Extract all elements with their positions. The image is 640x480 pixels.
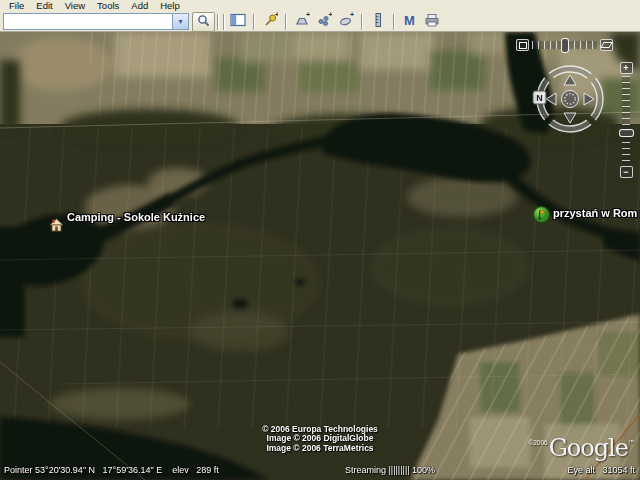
search-icon [197, 13, 210, 31]
svg-text:+: + [350, 12, 354, 18]
search-button[interactable] [192, 12, 215, 32]
menu-bar: File Edit View Tools Add Help [0, 0, 640, 12]
svg-text:M: M [404, 13, 415, 28]
zoom-in-button[interactable]: + [620, 62, 633, 74]
polygon-icon: + [294, 12, 310, 32]
ruler-icon [370, 12, 386, 32]
toolbar: ▼ + + + [0, 12, 640, 32]
tilted-view-icon [600, 42, 612, 48]
zoom-track[interactable] [622, 76, 630, 164]
search-input[interactable] [4, 14, 172, 29]
svg-text:+: + [329, 12, 333, 18]
zoom-slider[interactable]: + − [619, 62, 633, 178]
attribution-line: Image © 2006 TerraMetrics [262, 444, 378, 454]
search-combobox[interactable]: ▼ [3, 13, 189, 30]
campground-icon[interactable] [49, 217, 64, 236]
navigation-compass[interactable]: N [528, 61, 612, 137]
tilt-reset-button[interactable] [516, 39, 529, 51]
google-logo: Google [549, 436, 628, 460]
compass-center-knob [562, 91, 579, 108]
harbor-flag-icon[interactable] [533, 206, 550, 227]
email-button[interactable]: M [400, 13, 420, 31]
streaming-status: Streaming ||||||||| 100% [345, 465, 435, 475]
map-attribution: © 2006 Europa Technologies Image © 2006 … [262, 425, 378, 454]
zoom-out-button[interactable]: − [620, 166, 633, 178]
menu-add[interactable]: Add [125, 0, 154, 12]
placemark-label-przystan[interactable]: przystań w Rom [553, 207, 637, 219]
image-overlay-icon: + [316, 12, 332, 32]
add-polygon-button[interactable]: + [292, 13, 312, 31]
pan-left-arrow [546, 93, 556, 105]
flat-view-icon [519, 42, 527, 49]
tilt-track[interactable] [532, 41, 597, 49]
logo-trademark: ™ [628, 439, 634, 445]
tilt-max-button[interactable] [600, 39, 613, 51]
pan-down-arrow [564, 113, 576, 123]
search-dropdown-arrow[interactable]: ▼ [172, 14, 188, 29]
status-bar: Pointer 53°20'30.94" N 17°59'36.14" E el… [0, 465, 640, 478]
menu-file[interactable]: File [3, 0, 30, 12]
measure-button[interactable] [368, 13, 388, 31]
logo-copyright: ©2006 [528, 439, 547, 446]
print-button[interactable] [422, 13, 442, 31]
tilt-thumb[interactable] [561, 38, 569, 53]
printer-icon [424, 12, 440, 32]
show-sidebar-button[interactable] [228, 13, 248, 31]
pan-right-arrow [584, 93, 594, 105]
menu-view[interactable]: View [59, 0, 91, 12]
tilt-slider[interactable] [516, 38, 613, 52]
menu-help[interactable]: Help [154, 0, 186, 12]
add-placemark-button[interactable]: + [260, 13, 280, 31]
menu-tools[interactable]: Tools [91, 0, 125, 12]
north-label: N [536, 93, 543, 103]
google-watermark: ©2006 Google ™ [528, 436, 634, 460]
map-viewport[interactable]: Camping - Sokole Kużnice przystań w Rom [0, 32, 640, 480]
pushpin-icon: + [262, 12, 278, 32]
add-path-button[interactable]: + [336, 13, 356, 31]
sidebar-panel-icon [230, 12, 246, 32]
add-image-overlay-button[interactable]: + [314, 13, 334, 31]
zoom-thumb[interactable] [619, 129, 634, 137]
email-icon: M [402, 12, 418, 32]
path-icon: + [338, 12, 354, 32]
pointer-coordinates: Pointer 53°20'30.94" N 17°59'36.14" E el… [4, 465, 219, 475]
google-earth-window: File Edit View Tools Add Help ▼ + [0, 0, 640, 480]
pan-up-arrow [564, 75, 576, 85]
placemark-label-camping[interactable]: Camping - Sokole Kużnice [67, 211, 205, 223]
svg-text:+: + [306, 12, 310, 18]
svg-text:+: + [275, 12, 278, 18]
eye-altitude: Eye alt 31054 ft [567, 465, 635, 475]
menu-edit[interactable]: Edit [30, 0, 58, 12]
